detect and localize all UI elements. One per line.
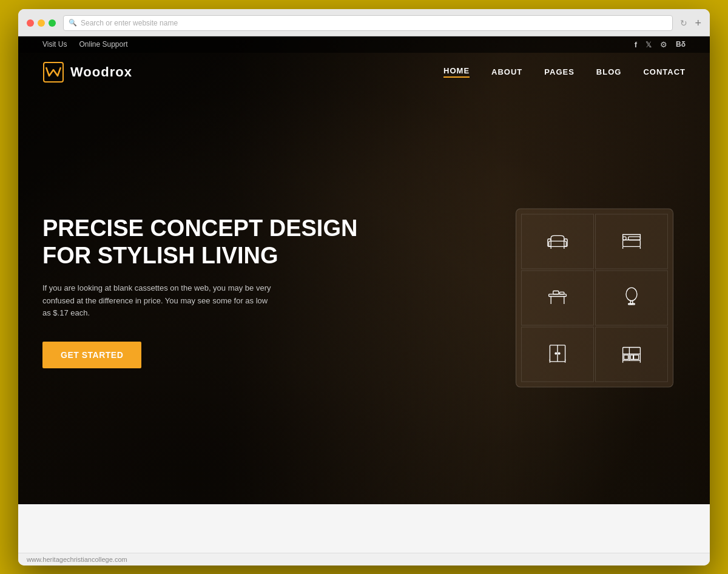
furniture-cell-mirror[interactable] [595, 270, 668, 325]
utility-bar: Visit Us Online Support f 𝕏 ⚙ Bδ [18, 36, 710, 53]
svg-rect-0 [44, 62, 63, 82]
behance-icon[interactable]: Bδ [676, 40, 686, 49]
furniture-grid-card [516, 208, 673, 387]
logo-icon [42, 61, 64, 83]
address-bar[interactable]: 🔍 Search or enter website name [63, 15, 673, 31]
svg-rect-16 [553, 291, 559, 294]
twitter-icon[interactable]: 𝕏 [645, 40, 652, 49]
visit-us-link[interactable]: Visit Us [42, 40, 67, 49]
svg-rect-17 [560, 292, 564, 294]
traffic-lights [27, 19, 56, 27]
website-content: Visit Us Online Support f 𝕏 ⚙ Bδ [18, 36, 710, 553]
mirror-icon [621, 285, 642, 310]
logo[interactable]: Woodrox [42, 61, 132, 83]
furniture-grid [521, 214, 668, 382]
svg-point-18 [626, 288, 637, 301]
sofa-icon [547, 229, 568, 254]
svg-point-24 [558, 353, 560, 354]
wardrobe-icon [547, 342, 568, 366]
hero-title: PRECISE CONCEPT DESIGN FOR STYLISH LIVIN… [42, 215, 357, 270]
svg-rect-2 [548, 238, 551, 246]
furniture-cell-bed[interactable] [595, 214, 668, 269]
search-icon: 🔍 [69, 19, 77, 27]
reload-button[interactable]: ↻ [680, 18, 687, 28]
navbar: Woodrox HOME ABOUT PAGES BLOG CONTACT [18, 53, 710, 92]
facebook-icon[interactable]: f [635, 40, 637, 49]
settings-icon[interactable]: ⚙ [660, 40, 667, 49]
bottom-section [18, 504, 710, 553]
social-icons: f 𝕏 ⚙ Bδ [635, 40, 686, 49]
get-started-button[interactable]: Get Started [42, 342, 141, 368]
shelf-icon [621, 342, 642, 366]
hero-subtitle: If you are looking at blank cassettes on… [42, 282, 273, 320]
bed-icon [621, 229, 642, 254]
furniture-cell-wardrobe[interactable] [521, 326, 594, 382]
furniture-cell-desk[interactable] [521, 270, 594, 325]
address-placeholder: Search or enter website name [81, 19, 178, 27]
desk-icon [547, 285, 568, 310]
svg-rect-6 [623, 240, 641, 246]
online-support-link[interactable]: Online Support [79, 40, 127, 49]
utility-links: Visit Us Online Support [42, 40, 128, 49]
close-button[interactable] [27, 19, 34, 27]
svg-rect-1 [549, 241, 567, 246]
maximize-button[interactable] [49, 19, 56, 27]
browser-window: 🔍 Search or enter website name ↻ + Visit… [18, 9, 710, 566]
nav-pages[interactable]: PAGES [544, 67, 575, 76]
svg-rect-31 [630, 355, 633, 359]
nav-home[interactable]: HOME [443, 66, 470, 78]
nav-contact[interactable]: CONTACT [643, 67, 686, 76]
furniture-cell-shelf[interactable] [595, 326, 668, 382]
svg-rect-30 [624, 355, 628, 359]
svg-point-23 [555, 353, 557, 354]
svg-rect-7 [623, 237, 626, 240]
svg-rect-3 [564, 238, 567, 246]
svg-rect-32 [634, 355, 639, 359]
svg-rect-8 [629, 237, 641, 240]
minimize-button[interactable] [38, 19, 45, 27]
browser-chrome: 🔍 Search or enter website name ↻ + [18, 9, 710, 36]
status-url: www.heritagechristiancollege.com [27, 556, 127, 563]
new-tab-button[interactable]: + [695, 18, 701, 29]
logo-text: Woodrox [70, 64, 132, 80]
furniture-cell-sofa[interactable] [521, 214, 594, 269]
nav-blog[interactable]: BLOG [596, 67, 622, 76]
hero-content: PRECISE CONCEPT DESIGN FOR STYLISH LIVIN… [42, 215, 357, 369]
main-nav: HOME ABOUT PAGES BLOG CONTACT [443, 66, 686, 78]
nav-about[interactable]: ABOUT [491, 67, 522, 76]
hero-section: PRECISE CONCEPT DESIGN FOR STYLISH LIVIN… [18, 92, 710, 504]
status-bar: www.heritagechristiancollege.com [18, 553, 710, 566]
